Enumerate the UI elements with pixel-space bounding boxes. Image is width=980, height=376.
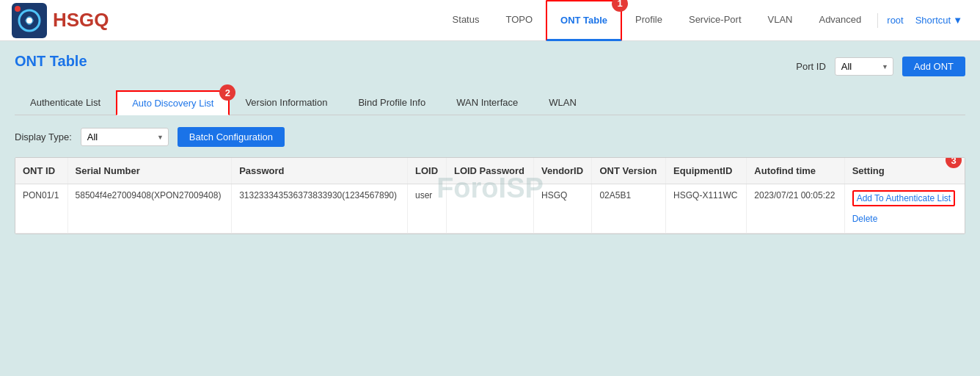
col-ont-id: ONT ID [15,158,67,184]
logo-area: HSGQ [12,3,109,38]
batch-configuration-button[interactable]: Batch Configuration [178,127,285,147]
cell-ont-version: 02A5B1 [592,184,666,234]
nav-status[interactable]: Status [439,0,493,41]
delete-link[interactable]: Delete [852,214,957,224]
cell-ont-id: PON01/1 [15,184,67,234]
display-type-select-wrapper[interactable]: All [81,128,169,146]
nav-service-port[interactable]: Service-Port [676,0,755,41]
page-toolbar: ONT Table Port ID All Add ONT [15,53,965,80]
nav-shortcut[interactable]: Shortcut ▼ [910,15,968,26]
tab-wlan[interactable]: WLAN [533,90,592,115]
col-loid-password: LOID Password [446,158,533,184]
col-password: Password [232,158,408,184]
cell-vendor-id: HSGQ [534,184,592,234]
cell-loid: user [408,184,447,234]
add-to-authenticate-list-link[interactable]: Add To Authenticate List [852,190,956,206]
svg-point-2 [26,18,32,24]
tab-auto-discovery-list[interactable]: Auto Discovery List 2 [116,90,230,115]
display-type-label: Display Type: [15,131,72,142]
main-nav: Status TOPO ONT Table 1 Profile Service-… [139,0,968,41]
cell-autofind-time: 2023/07/21 00:05:22 [747,184,844,234]
nav-profile[interactable]: Profile [622,0,676,41]
col-equipment-id: EquipmentID [666,158,747,184]
nav-vlan[interactable]: VLAN [755,0,806,41]
ont-table: ONT ID Serial Number Password LOID LOID … [15,157,965,234]
tab-bind-profile-info[interactable]: Bind Profile Info [343,90,441,115]
cell-serial-number: 58504f4e27009408(XPON27009408) [67,184,232,234]
svg-point-3 [15,6,21,12]
port-id-select-wrapper[interactable]: All [835,57,893,76]
header: HSGQ Status TOPO ONT Table 1 Profile Ser… [0,0,980,41]
cell-loid-password [446,184,533,234]
tab-version-information[interactable]: Version Information [230,90,343,115]
main-content: ONT Table Port ID All Add ONT Authentica… [0,41,980,246]
port-id-label: Port ID [796,61,825,72]
add-ont-button[interactable]: Add ONT [902,57,965,76]
col-serial-number: Serial Number [67,158,232,184]
nav-ont-table[interactable]: ONT Table 1 [546,0,622,41]
port-id-select[interactable]: All [835,57,893,76]
nav-topo[interactable]: TOPO [492,0,546,41]
col-autofind-time: Autofind time [747,158,844,184]
tabs: Authenticate List Auto Discovery List 2 … [15,90,965,115]
secondary-toolbar: Display Type: All Batch Configuration [15,127,965,147]
page-title: ONT Table [15,53,87,70]
col-vendor-id: VendorID [534,158,592,184]
chevron-down-icon: ▼ [953,15,962,26]
nav-advanced[interactable]: Advanced [805,0,874,41]
logo-text: HSGQ [53,9,109,32]
badge-3: 3 [946,157,962,168]
nav-divider [877,13,878,28]
col-loid: LOID [408,158,447,184]
cell-equipment-id: HSGQ-X111WC [666,184,747,234]
col-ont-version: ONT Version [592,158,666,184]
display-type-select[interactable]: All [81,128,169,146]
nav-user[interactable]: root [881,15,909,26]
tab-wan-interface[interactable]: WAN Interface [441,90,533,115]
table-header-row: ONT ID Serial Number Password LOID LOID … [15,158,965,184]
tab-authenticate-list[interactable]: Authenticate List [15,90,116,115]
logo-icon [12,3,47,38]
col-setting: Setting 3 [844,158,965,184]
table-row: PON01/1 58504f4e27009408(XPON27009408) 3… [15,184,965,234]
cell-setting: Add To Authenticate List Delete [844,184,965,234]
cell-password: 313233343536373833930(1234567890) [232,184,408,234]
